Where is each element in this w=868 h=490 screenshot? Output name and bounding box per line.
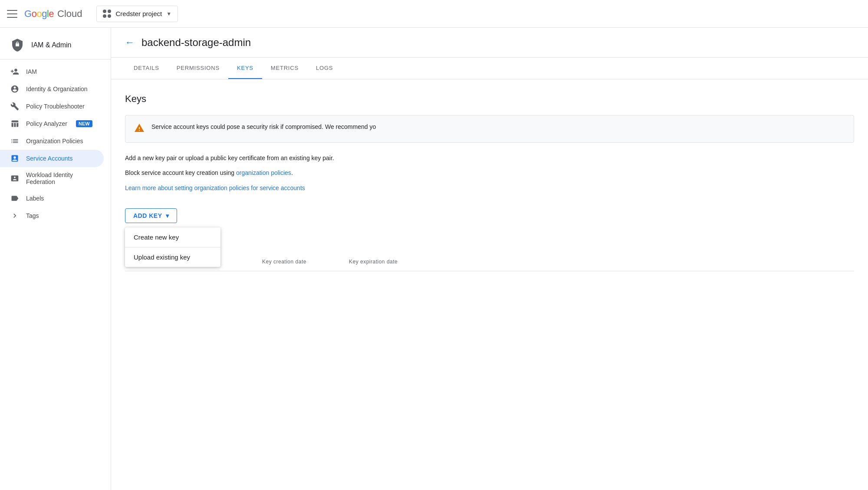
sidebar: IAM & Admin IAM Identity & Organization (0, 28, 111, 490)
sidebar-item-policy-analyzer-label: Policy Analyzer (26, 120, 67, 127)
add-key-button-label: ADD KEY (133, 212, 162, 219)
sidebar-item-labels-label: Labels (26, 195, 44, 202)
tab-keys[interactable]: KEYS (228, 58, 262, 79)
sidebar-header: IAM & Admin (0, 31, 111, 59)
id-card-icon (10, 174, 19, 183)
keys-content: Keys Service account keys could pose a s… (111, 79, 868, 285)
project-icon (103, 10, 112, 18)
keys-section-title: Keys (125, 93, 854, 105)
table-col-creation-date: Key creation date (255, 259, 342, 265)
description1: Add a new key pair or upload a public ke… (125, 153, 854, 163)
sidebar-item-labels[interactable]: Labels (0, 190, 104, 207)
project-name: Credster project (116, 10, 162, 17)
sidebar-item-service-accounts-label: Service Accounts (26, 155, 72, 162)
project-dropdown-arrow: ▼ (166, 11, 171, 17)
add-key-dropdown: Create new key Upload existing key (125, 227, 220, 267)
content-area: ← backend-storage-admin DETAILS PERMISSI… (111, 28, 868, 490)
warning-banner: Service account keys could pose a securi… (125, 115, 854, 143)
chevron-right-icon (10, 211, 19, 220)
learn-more-container: Learn more about setting organization po… (125, 183, 854, 193)
table-header: Key ID Key creation date Key expiration … (125, 253, 854, 271)
add-key-button[interactable]: ADD KEY ▾ (125, 208, 177, 223)
tab-details[interactable]: DETAILS (125, 58, 168, 79)
page-title: backend-storage-admin (141, 36, 251, 49)
sidebar-item-identity-label: Identity & Organization (26, 86, 88, 92)
service-account-icon (10, 154, 19, 163)
sidebar-item-tags[interactable]: Tags (0, 207, 104, 224)
upload-existing-key-option[interactable]: Upload existing key (125, 247, 220, 267)
top-header: Google Cloud Credster project ▼ (0, 0, 868, 28)
add-key-container: ADD KEY ▾ Create new key Upload existing… (125, 208, 177, 223)
hamburger-menu[interactable] (7, 9, 17, 19)
sidebar-item-org-policies-label: Organization Policies (26, 138, 83, 145)
sidebar-item-workload-identity-label: Workload Identity Federation (26, 171, 93, 185)
label-icon (10, 194, 19, 203)
description2: Block service account key creation using… (125, 168, 854, 178)
org-policies-link[interactable]: organization policies (236, 169, 291, 176)
description2-suffix: . (291, 169, 293, 176)
create-new-key-option[interactable]: Create new key (125, 227, 220, 247)
sidebar-item-policy-troubleshooter-label: Policy Troubleshooter (26, 103, 85, 110)
list-icon (10, 137, 19, 145)
warning-icon (134, 123, 145, 135)
tab-permissions[interactable]: PERMISSIONS (168, 58, 228, 79)
project-selector[interactable]: Credster project ▼ (96, 6, 178, 22)
shield-icon (10, 38, 24, 52)
person-add-icon (10, 67, 19, 76)
tabs-bar: DETAILS PERMISSIONS KEYS METRICS LOGS (111, 58, 868, 79)
sidebar-item-iam-label: IAM (26, 68, 37, 75)
sidebar-item-policy-analyzer[interactable]: Policy Analyzer NEW (0, 115, 104, 132)
content-header: ← backend-storage-admin (111, 28, 868, 58)
google-cloud-logo: Google Cloud (24, 8, 82, 20)
add-key-dropdown-arrow: ▾ (166, 212, 169, 219)
back-button[interactable]: ← (125, 37, 135, 48)
sidebar-item-org-policies[interactable]: Organization Policies (0, 132, 104, 150)
description2-prefix: Block service account key creation using (125, 169, 236, 176)
sidebar-item-identity-org[interactable]: Identity & Organization (0, 80, 104, 98)
tab-metrics[interactable]: METRICS (262, 58, 307, 79)
wrench-icon (10, 102, 19, 111)
sidebar-item-tags-label: Tags (26, 212, 39, 219)
table-col-expiration-date: Key expiration date (342, 259, 429, 265)
sidebar-item-policy-troubleshooter[interactable]: Policy Troubleshooter (0, 98, 104, 115)
sidebar-item-iam[interactable]: IAM (0, 63, 104, 80)
sidebar-title: IAM & Admin (31, 41, 71, 49)
main-layout: IAM & Admin IAM Identity & Organization (0, 28, 868, 490)
person-circle-icon (10, 85, 19, 93)
table-chart-icon (10, 119, 19, 128)
new-badge: NEW (76, 120, 92, 127)
tab-logs[interactable]: LOGS (307, 58, 342, 79)
learn-more-link[interactable]: Learn more about setting organization po… (125, 184, 305, 191)
sidebar-item-service-accounts[interactable]: Service Accounts (0, 150, 104, 167)
sidebar-item-workload-identity[interactable]: Workload Identity Federation (0, 167, 104, 190)
warning-text: Service account keys could pose a securi… (151, 122, 376, 132)
